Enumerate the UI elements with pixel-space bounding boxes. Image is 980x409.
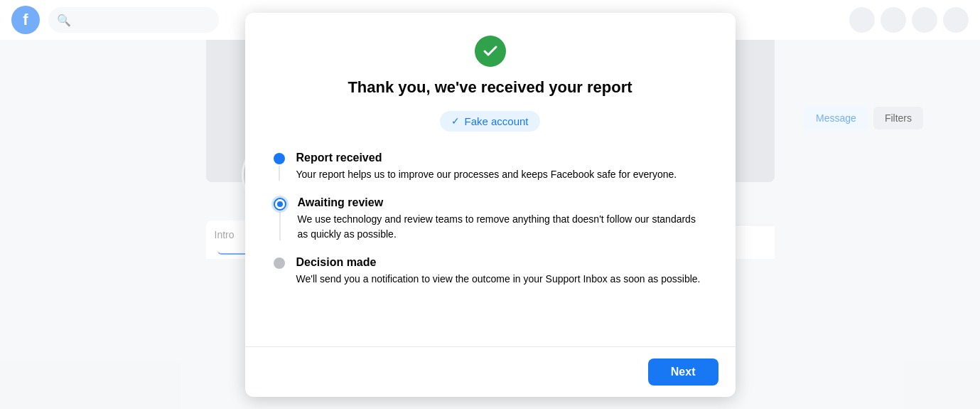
dialog-title: Thank you, we've received your report [348,78,632,97]
step-1-line [279,166,280,181]
step-1-indicator [274,152,285,182]
step-2-dot [274,198,286,211]
success-icon [475,36,506,67]
step-1-content: Report received Your report helps us to … [296,152,707,182]
next-button[interactable]: Next [648,358,718,386]
step-awaiting-review: Awaiting review We use technology and re… [274,196,707,256]
step-2-line [279,212,281,240]
report-dialog: Thank you, we've received your report ✓ … [245,13,736,397]
step-1-title: Report received [296,152,707,164]
step-3-dot [274,257,285,269]
tag-label: Fake account [464,115,528,127]
step-1-dot [274,153,285,164]
step-decision-made: Decision made We'll send you a notificat… [274,256,707,287]
step-1-description: Your report helps us to improve our proc… [296,167,707,182]
step-2-indicator [274,196,286,242]
modal-overlay: Thank you, we've received your report ✓ … [0,0,980,409]
step-3-indicator [274,256,285,287]
dialog-footer: Next [245,347,736,397]
step-2-description: We use technology and review teams to re… [298,212,707,242]
step-3-content: Decision made We'll send you a notificat… [296,256,707,287]
dialog-body: Thank you, we've received your report ✓ … [245,13,736,346]
checkmark-icon [482,43,499,60]
tag-badge: ✓ Fake account [440,111,539,132]
step-2-title: Awaiting review [298,196,707,209]
step-report-received: Report received Your report helps us to … [274,152,707,196]
step-3-title: Decision made [296,256,707,269]
tag-check-icon: ✓ [451,115,460,127]
steps-container: Report received Your report helps us to … [274,152,707,287]
step-2-content: Awaiting review We use technology and re… [298,196,707,242]
step-3-description: We'll send you a notification to view th… [296,272,707,287]
